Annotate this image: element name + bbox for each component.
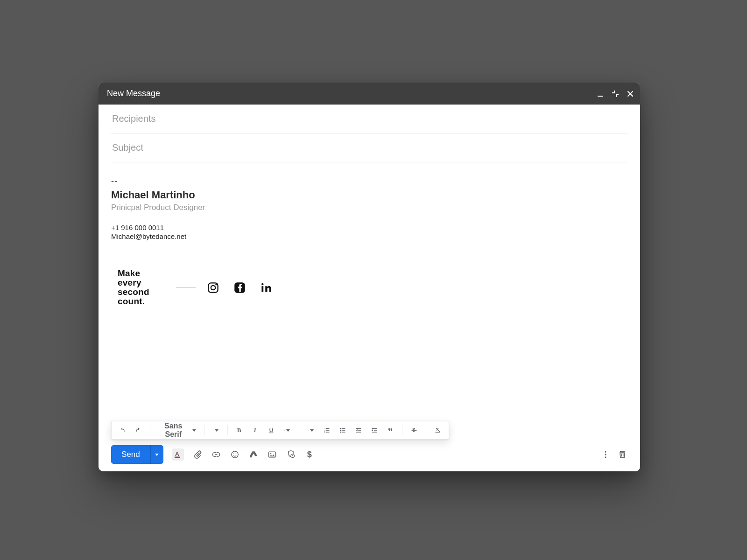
undo-button[interactable]: [116, 424, 128, 436]
remove-formatting-button[interactable]: T: [432, 424, 444, 436]
signature-dashes: --: [111, 176, 627, 186]
svg-rect-35: [342, 432, 345, 433]
bold-button[interactable]: B: [233, 424, 246, 436]
compose-dialog: New Message --: [99, 83, 640, 471]
svg-point-59: [270, 453, 272, 455]
svg-rect-42: [372, 432, 377, 433]
quote-button[interactable]: [384, 424, 396, 436]
svg-point-31: [340, 430, 341, 431]
svg-text:U: U: [269, 427, 273, 433]
svg-marker-1: [612, 91, 615, 93]
svg-rect-0: [598, 96, 603, 97]
numbered-list-button[interactable]: 123: [321, 424, 333, 436]
emoji-icon[interactable]: [230, 449, 240, 460]
underline-button[interactable]: U: [265, 424, 277, 436]
svg-point-8: [261, 283, 264, 285]
svg-point-32: [340, 432, 341, 433]
strikethrough-button[interactable]: S: [408, 424, 420, 436]
dialog-titlebar: New Message: [99, 83, 640, 105]
svg-point-62: [605, 454, 606, 455]
signature-motto: Make every second count.: [111, 269, 165, 306]
dialog-title: New Message: [107, 89, 160, 98]
svg-marker-23: [310, 429, 314, 432]
fullscreen-exit-icon[interactable]: [612, 91, 619, 97]
svg-text:T: T: [213, 430, 213, 430]
svg-rect-40: [372, 428, 377, 429]
drive-icon[interactable]: [248, 449, 259, 460]
font-family-select[interactable]: Sans Serif: [156, 422, 198, 439]
svg-marker-2: [616, 94, 619, 97]
recipients-input[interactable]: [111, 105, 627, 133]
svg-marker-39: [356, 429, 358, 432]
send-button[interactable]: Send: [111, 445, 150, 464]
svg-text:A: A: [284, 429, 285, 430]
compose-body[interactable]: -- Michael Martinho Prinicpal Product De…: [111, 162, 627, 421]
svg-marker-43: [372, 429, 374, 432]
redo-button[interactable]: [132, 424, 144, 436]
subject-input[interactable]: [111, 133, 627, 162]
close-icon[interactable]: [627, 91, 634, 97]
svg-marker-9: [192, 429, 196, 432]
svg-rect-41: [374, 430, 377, 431]
send-row: Send A: [111, 445, 627, 464]
svg-rect-47: [436, 432, 440, 433]
signature-role: Prinicpal Product Designer: [111, 203, 627, 212]
svg-rect-7: [261, 286, 263, 292]
linkedin-icon[interactable]: [260, 281, 273, 294]
facebook-icon[interactable]: [233, 281, 246, 294]
svg-point-4: [211, 285, 215, 289]
bulleted-list-button[interactable]: [337, 424, 349, 436]
dollar-sign-icon[interactable]: $: [304, 449, 315, 460]
svg-rect-51: [175, 457, 180, 458]
svg-rect-28: [326, 430, 330, 431]
svg-rect-37: [358, 430, 361, 431]
insert-link-icon[interactable]: [211, 449, 221, 460]
chevron-down-icon: [310, 428, 314, 433]
svg-point-53: [233, 454, 234, 455]
instagram-icon[interactable]: [207, 281, 219, 294]
italic-button[interactable]: I: [249, 424, 261, 436]
svg-point-52: [232, 451, 238, 458]
more-options-icon[interactable]: [600, 449, 611, 460]
svg-point-30: [340, 428, 341, 429]
signature-name: Michael Martinho: [111, 189, 627, 201]
svg-point-5: [215, 284, 217, 285]
svg-marker-12: [215, 429, 218, 432]
font-size-button[interactable]: TT: [210, 424, 222, 436]
chevron-down-icon: [286, 428, 290, 433]
svg-text:A: A: [175, 451, 179, 457]
svg-rect-29: [326, 432, 330, 433]
divider-line: [176, 287, 196, 288]
discard-draft-icon[interactable]: [617, 449, 627, 460]
signature-email: Michael@bytedance.net: [111, 232, 627, 240]
indent-less-button[interactable]: [352, 424, 365, 436]
signature-card: Make every second count.: [111, 262, 627, 313]
svg-point-54: [235, 454, 236, 455]
align-button[interactable]: [305, 424, 317, 436]
svg-rect-38: [356, 432, 361, 433]
svg-marker-19: [286, 429, 290, 432]
formatting-options-button[interactable]: A: [172, 448, 184, 461]
minimize-icon[interactable]: [597, 91, 604, 97]
svg-marker-49: [155, 454, 159, 456]
svg-text:I: I: [254, 427, 257, 434]
send-more-button[interactable]: [150, 445, 163, 464]
svg-rect-34: [342, 430, 345, 431]
svg-point-63: [605, 456, 606, 458]
formatting-toolbar: Sans Serif TT B I U: [111, 421, 449, 440]
svg-text:S: S: [412, 427, 416, 433]
svg-text:3: 3: [324, 431, 325, 433]
insert-image-icon[interactable]: [267, 449, 277, 460]
svg-rect-36: [356, 428, 361, 429]
chevron-down-icon: [192, 428, 197, 433]
svg-rect-27: [326, 428, 330, 429]
text-color-button[interactable]: A: [281, 424, 293, 436]
attach-icon[interactable]: [192, 449, 203, 460]
svg-rect-45: [412, 430, 417, 431]
svg-text:B: B: [237, 427, 241, 434]
confidential-mode-icon[interactable]: [286, 449, 296, 460]
indent-more-button[interactable]: [368, 424, 381, 436]
svg-rect-16: [269, 433, 274, 433]
chevron-down-icon: [214, 428, 219, 433]
signature-phone: +1 916 000 0011: [111, 224, 627, 231]
